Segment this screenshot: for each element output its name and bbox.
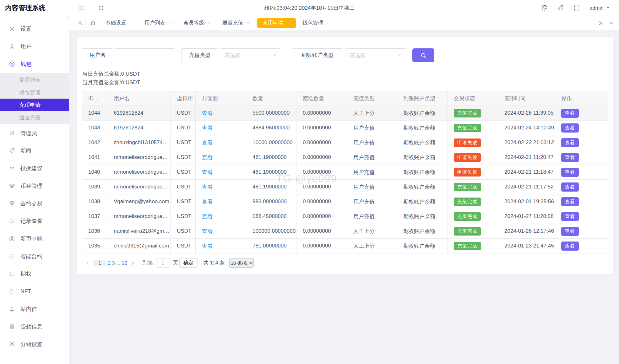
goto-confirm-button[interactable]: 确定	[179, 258, 198, 268]
sidebar-item-site-message[interactable]: 站内信	[0, 300, 69, 318]
tab-close-icon[interactable]	[129, 21, 133, 25]
status-badge: 充值完成	[454, 109, 481, 117]
sidebar-subitem-deposit-request[interactable]: 充币申请	[0, 99, 69, 111]
cover-view-link[interactable]: 查看	[202, 110, 213, 116]
sidebar-item-admins[interactable]: 管理员	[0, 124, 69, 142]
row-view-button[interactable]: 查看	[561, 227, 579, 236]
row-id: 1039	[82, 180, 107, 194]
goto-page-suffix: 页	[173, 259, 178, 266]
collapse-menu-icon[interactable]	[75, 0, 88, 16]
cover-view-link[interactable]: 查看	[202, 214, 213, 220]
sidebar-item-loan-info[interactable]: 贷款信息	[0, 318, 69, 335]
prev-page-icon[interactable]	[83, 258, 92, 267]
row-time: 2024-02-21 11:17:52	[498, 180, 555, 194]
sidebar-item-record-view[interactable]: 记录查看	[0, 212, 69, 230]
username-input[interactable]	[115, 48, 175, 62]
tabs-menu-icon[interactable]	[609, 20, 615, 26]
filter-bar: 用户名 充值类型 请选择 到账账户类型 请选择	[82, 48, 608, 62]
table-row: 1035chriiis9315@gmail.comUSDT查看781.00000…	[82, 239, 608, 253]
row-view-button[interactable]: 查看	[561, 242, 579, 251]
tab-basic-settings[interactable]: 基础设置	[100, 18, 139, 28]
tabs-scroll-left-icon[interactable]	[75, 18, 86, 28]
gear-icon	[9, 341, 15, 347]
sidebar-item-nft[interactable]: NFT	[0, 283, 69, 300]
recharge-type-select[interactable]: 请选择	[220, 48, 281, 62]
theme-palette-icon[interactable]	[541, 4, 548, 11]
cover-view-link[interactable]: 查看	[202, 140, 213, 146]
column-header-虚拟币: 虚拟币	[171, 91, 196, 106]
table-cell: 查看	[555, 121, 608, 135]
cover-view-link[interactable]: 查看	[202, 243, 213, 249]
tab-user-list[interactable]: 用户列表	[139, 18, 178, 28]
tag-icon[interactable]	[557, 5, 564, 11]
refresh-icon[interactable]	[95, 0, 107, 16]
fullscreen-icon[interactable]	[573, 5, 580, 11]
sidebar-item-contract-trade[interactable]: 合约交易	[0, 195, 69, 212]
tab-channel-recharge[interactable]: 通道充值	[217, 18, 256, 28]
home-tab-icon[interactable]	[86, 18, 100, 28]
sidebar-item-new-coin-subscribe[interactable]: 新币申购	[0, 230, 69, 247]
dollar-icon	[9, 61, 15, 67]
tab-close-icon[interactable]	[207, 21, 211, 25]
tab-member-level[interactable]: 会员等级	[178, 18, 217, 28]
sidebar-item-users[interactable]: 用户	[0, 38, 69, 55]
sidebar-subitem-withdraw-list[interactable]: 提币列表	[0, 73, 69, 86]
tab-close-icon[interactable]	[246, 21, 250, 25]
cover-view-link[interactable]: 查看	[202, 169, 213, 175]
goto-page-input[interactable]	[156, 258, 170, 268]
next-page-icon[interactable]	[128, 258, 138, 267]
row-coin: USDT	[171, 150, 196, 165]
row-view-button[interactable]: 查看	[561, 212, 579, 221]
row-view-button[interactable]: 查看	[561, 123, 579, 133]
page-number-12[interactable]: 12	[122, 260, 127, 266]
cover-view-link[interactable]: 查看	[202, 228, 213, 234]
row-account-type: 期权账户余额	[397, 209, 448, 224]
tab-label: 用户列表	[144, 19, 165, 26]
tab-close-icon[interactable]	[168, 21, 172, 25]
row-amount: 5500.00000000	[246, 106, 296, 121]
tab-wallet-manage[interactable]: 钱包管理	[297, 18, 336, 28]
sidebar-subitem-wallet-manage[interactable]: 钱包管理	[0, 86, 69, 99]
page-number-3[interactable]: 3	[112, 260, 115, 266]
tab-close-icon[interactable]	[286, 21, 290, 25]
table-row: 1041ramoneliseorodriguez@gm...USDT查看481.…	[82, 150, 608, 165]
row-view-button[interactable]: 查看	[561, 153, 579, 162]
sidebar-item-news[interactable]: 新闻	[0, 142, 69, 160]
sort-icon[interactable]	[95, 95, 100, 101]
row-id: 1043	[82, 121, 107, 135]
sidebar-item-smart-contract[interactable]: 智能合约	[0, 247, 69, 265]
row-amount: 481.19000000	[246, 180, 296, 194]
cover-view-link[interactable]: 查看	[202, 199, 213, 205]
tabs-scroll-right-icon[interactable]	[598, 20, 604, 26]
row-view-button[interactable]: 查看	[561, 109, 579, 118]
search-button[interactable]	[412, 48, 434, 62]
sidebar-item-wallet[interactable]: 钱包	[0, 55, 69, 73]
sidebar-item-coin-manage[interactable]: 币种管理	[0, 177, 69, 195]
cover-view-link[interactable]: 查看	[202, 125, 213, 131]
tab-deposit-request[interactable]: 充币申请	[257, 18, 296, 28]
admin-dropdown[interactable]: admin	[589, 5, 610, 11]
row-view-button[interactable]: 查看	[561, 197, 579, 206]
row-view-button[interactable]: 查看	[561, 138, 579, 147]
cover-view-link[interactable]: 查看	[202, 184, 213, 190]
row-view-button[interactable]: 查看	[561, 168, 579, 177]
table-cell: 查看	[555, 209, 608, 224]
gem-icon	[9, 183, 15, 189]
sidebar-item-feedback[interactable]: 投拆建议	[0, 160, 69, 177]
account-type-placeholder: 请选择	[350, 52, 366, 59]
column-header-label: 到账账户类型	[403, 95, 435, 101]
column-header-交易状态: 交易状态	[448, 91, 498, 106]
account-type-select[interactable]: 请选择	[345, 48, 406, 62]
page-size-select[interactable]: 10 条/页	[229, 258, 254, 268]
sidebar-item-options[interactable]: 期权	[0, 265, 69, 283]
page-number-2[interactable]: 2	[108, 260, 111, 266]
sidebar-item-distribution-settings[interactable]: 分销设置	[0, 335, 69, 353]
row-view-button[interactable]: 查看	[561, 182, 579, 192]
cover-view-link[interactable]: 查看	[202, 155, 213, 160]
page-number-1[interactable]: 1	[93, 260, 106, 266]
sidebar-subitem-channel-recharge[interactable]: 通道充值	[0, 111, 69, 124]
row-bonus: 0.00000000	[296, 165, 347, 180]
sidebar-item-settings[interactable]: 设置	[0, 20, 69, 38]
tab-close-icon[interactable]	[326, 21, 330, 25]
column-header-充值类型: 充值类型	[347, 91, 397, 106]
